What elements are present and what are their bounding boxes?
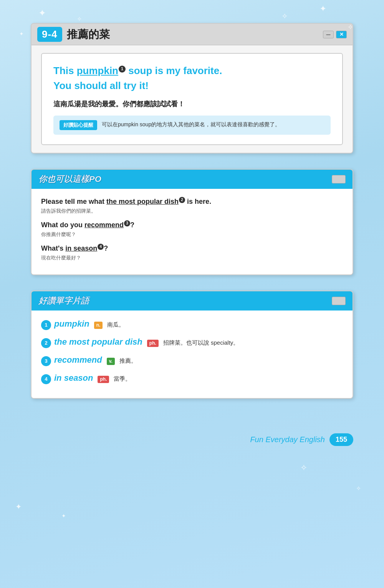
- section-title: 推薦的菜: [67, 27, 110, 42]
- vocab-item-3: 3 recommend v. 推薦。: [41, 354, 343, 366]
- vocab-title: 好讚單字片語: [38, 295, 89, 307]
- tip-box: 好讚貼心提醒 可以在pumpkin soup的地方填入其他的菜名，就可以表達很喜…: [53, 116, 331, 135]
- vocab-body: 1 pumpkin n. 南瓜。 2 the most popular dish…: [31, 311, 353, 398]
- sentence-english-2: What do you recommend3?: [41, 220, 343, 230]
- superscript-1: 1: [119, 66, 126, 73]
- top-card: 9-4 推薦的菜 — ✕ This pumpkin1 soup is my fa…: [31, 23, 353, 154]
- vocab-tag-3: v.: [107, 358, 115, 365]
- vocab-card: 好讚單字片語 1 pumpkin n. 南瓜。 2 the most popul…: [31, 291, 353, 399]
- vocab-tag-4: ph.: [98, 376, 109, 383]
- vocab-word-2: the most popular dish: [54, 336, 142, 348]
- footer-brand: Fun Everyday English: [250, 435, 325, 444]
- superscript-2: 2: [179, 197, 185, 203]
- section-number: 9-4: [37, 27, 62, 42]
- vocab-num-3: 3: [41, 356, 51, 366]
- vocab-def-2: 招牌菜。也可以說 specialty。: [163, 339, 239, 347]
- vocab-word-3: recommend: [54, 354, 102, 366]
- chinese-translation: 這南瓜湯是我的最愛。你們都應該試試看！: [53, 99, 331, 109]
- vocab-num-4: 4: [41, 374, 51, 384]
- underline-phrase-3: in season: [65, 244, 97, 252]
- sentence-english-1: Please tell me what the most popular dis…: [41, 197, 343, 207]
- vocab-def-3: 推薦。: [119, 357, 137, 365]
- tip-label: 好讚貼心提醒: [60, 120, 97, 130]
- sentence-item-1: Please tell me what the most popular dis…: [41, 197, 343, 215]
- second-card-title: 你也可以這樣PO: [38, 173, 101, 185]
- vocab-word-4: in season: [54, 372, 93, 384]
- sparkle-decoration: ✧: [300, 463, 307, 473]
- underline-phrase-2: recommend: [84, 221, 124, 229]
- tip-text: 可以在pumpkin soup的地方填入其他的菜名，就可以表達很喜歡的感覺了。: [102, 120, 280, 129]
- pumpkin-word: pumpkin: [77, 65, 118, 76]
- vocab-num-2: 2: [41, 338, 51, 348]
- top-card-titlebar: 9-4 推薦的菜 — ✕: [31, 24, 353, 45]
- vocab-titlebar: 好讚單字片語: [31, 291, 353, 311]
- second-card: 你也可以這樣PO Please tell me what the most po…: [31, 169, 353, 275]
- vocab-tag-1: n.: [94, 322, 103, 329]
- close-button[interactable]: ✕: [336, 31, 347, 38]
- page-content: 9-4 推薦的菜 — ✕ This pumpkin1 soup is my fa…: [0, 0, 384, 429]
- sentence-english-3: What's in season4?: [41, 243, 343, 254]
- second-card-body: Please tell me what the most popular dis…: [31, 189, 353, 274]
- superscript-4: 4: [98, 244, 104, 250]
- page-footer: Fun Everyday English 155: [0, 429, 384, 458]
- vocab-scroll-button[interactable]: [332, 297, 346, 305]
- vocab-item-4: 4 in season ph. 當季。: [41, 372, 343, 384]
- vocab-word-1: pumpkin: [54, 318, 89, 330]
- vocab-item-1: 1 pumpkin n. 南瓜。: [41, 318, 343, 330]
- vocab-def-4: 當季。: [114, 375, 131, 383]
- sparkle-decoration: ✧: [356, 485, 361, 492]
- underline-phrase-1: the most popular dish: [106, 198, 179, 205]
- sentence-chinese-1: 請告訴我你們的招牌菜。: [41, 208, 343, 215]
- sentence-chinese-3: 現在吃什麼最好？: [41, 254, 343, 261]
- main-english-sentence: This pumpkin1 soup is my favorite. You s…: [53, 63, 331, 93]
- sparkle-decoration: ✦: [15, 502, 22, 511]
- scroll-button[interactable]: [332, 175, 346, 183]
- sentence-item-2: What do you recommend3? 你推薦什麼呢？: [41, 220, 343, 238]
- vocab-num-1: 1: [41, 320, 51, 330]
- superscript-3: 3: [124, 220, 130, 226]
- minimize-button[interactable]: —: [323, 31, 334, 38]
- sparkle-decoration: ✦: [61, 513, 66, 519]
- vocab-def-1: 南瓜。: [107, 320, 124, 329]
- second-card-titlebar: 你也可以這樣PO: [31, 170, 353, 189]
- vocab-item-2: 2 the most popular dish ph. 招牌菜。也可以說 spe…: [41, 336, 343, 348]
- content-box: This pumpkin1 soup is my favorite. You s…: [41, 53, 343, 145]
- sentence-item-3: What's in season4? 現在吃什麼最好？: [41, 243, 343, 261]
- page-number-badge: 155: [329, 433, 353, 446]
- top-card-body: This pumpkin1 soup is my favorite. You s…: [31, 45, 353, 153]
- sentence-chinese-2: 你推薦什麼呢？: [41, 231, 343, 238]
- vocab-tag-2: ph.: [147, 340, 159, 347]
